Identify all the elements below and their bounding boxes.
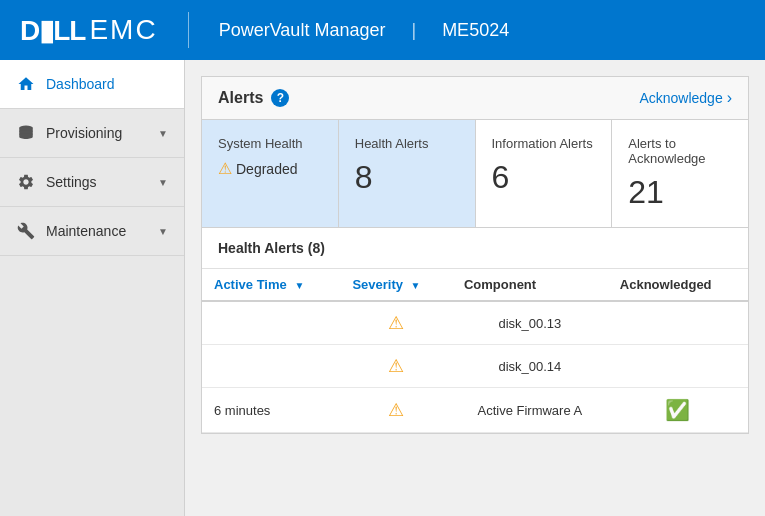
app-header: D▮LL EMC PowerVault Manager | ME5024 (0, 0, 765, 60)
stats-row: System Health ⚠ Degraded Health Alerts 8… (202, 120, 748, 228)
main-layout: Dashboard Provisioning ▼ Settings ▼ (0, 60, 765, 516)
system-health-value: ⚠ Degraded (218, 159, 298, 178)
sidebar-item-provisioning[interactable]: Provisioning ▼ (0, 109, 184, 158)
sidebar: Dashboard Provisioning ▼ Settings ▼ (0, 60, 185, 516)
chevron-right-icon: › (727, 89, 732, 107)
sort-icon-severity: ▼ (411, 280, 421, 291)
health-alerts-value: 8 (355, 159, 373, 196)
cell-active-time-3: 6 minutes (202, 388, 340, 433)
sidebar-item-maintenance[interactable]: Maintenance ▼ (0, 207, 184, 256)
wrench-icon (16, 221, 36, 241)
chevron-down-icon-2: ▼ (158, 177, 168, 188)
severity-label: Severity (352, 277, 403, 292)
warning-icon-2: ⚠ (388, 356, 404, 376)
chevron-down-icon: ▼ (158, 128, 168, 139)
home-icon (16, 74, 36, 94)
health-alerts-section-title: Health Alerts (8) (202, 228, 748, 269)
sidebar-label-settings: Settings (46, 174, 148, 190)
warning-icon-1: ⚠ (388, 313, 404, 333)
alerts-to-acknowledge-value: 21 (628, 174, 664, 211)
main-content: Alerts ? Acknowledge › System Health ⚠ D… (185, 60, 765, 516)
alerts-panel: Alerts ? Acknowledge › System Health ⚠ D… (201, 76, 749, 434)
header-divider (188, 12, 189, 48)
sidebar-label-dashboard: Dashboard (46, 76, 168, 92)
cell-acknowledged-1 (608, 301, 748, 345)
stat-system-health: System Health ⚠ Degraded (202, 120, 339, 227)
system-health-status: Degraded (236, 161, 298, 177)
cell-severity-2: ⚠ (340, 345, 452, 388)
information-alerts-label: Information Alerts (492, 136, 593, 151)
gear-icon (16, 172, 36, 192)
col-acknowledged: Acknowledged (608, 269, 748, 301)
emc-logo-text: EMC (89, 14, 157, 46)
chevron-down-icon-3: ▼ (158, 226, 168, 237)
sidebar-item-dashboard[interactable]: Dashboard (0, 60, 184, 109)
cell-severity-3: ⚠ (340, 388, 452, 433)
col-active-time[interactable]: Active Time ▼ (202, 269, 340, 301)
system-health-label: System Health (218, 136, 303, 151)
sort-icon-active-time: ▼ (294, 280, 304, 291)
stat-health-alerts: Health Alerts 8 (339, 120, 476, 227)
stat-information-alerts: Information Alerts 6 (476, 120, 613, 227)
cell-component-3: Active Firmware A (452, 388, 608, 433)
header-separator: | (411, 20, 416, 41)
acknowledged-label: Acknowledged (620, 277, 712, 292)
check-circle-icon: ✅ (665, 399, 690, 421)
information-alerts-value: 6 (492, 159, 510, 196)
alerts-to-acknowledge-label: Alerts to Acknowledge (628, 136, 732, 166)
app-name: PowerVault Manager (219, 20, 386, 41)
dell-logo-text: D▮LL (20, 14, 85, 47)
cell-active-time-2 (202, 345, 340, 388)
alerts-title-row: Alerts ? (218, 89, 289, 107)
alerts-table: Active Time ▼ Severity ▼ Component (202, 269, 748, 433)
cell-severity-1: ⚠ (340, 301, 452, 345)
acknowledge-link[interactable]: Acknowledge › (639, 89, 732, 107)
table-row: ⚠ disk_00.13 (202, 301, 748, 345)
sidebar-item-settings[interactable]: Settings ▼ (0, 158, 184, 207)
col-component: Component (452, 269, 608, 301)
component-label: Component (464, 277, 536, 292)
alerts-panel-title: Alerts (218, 89, 263, 107)
col-severity[interactable]: Severity ▼ (340, 269, 452, 301)
table-row: ⚠ disk_00.14 (202, 345, 748, 388)
stat-alerts-to-acknowledge: Alerts to Acknowledge 21 (612, 120, 748, 227)
help-icon[interactable]: ? (271, 89, 289, 107)
dell-emc-logo: D▮LL EMC (20, 14, 158, 47)
sidebar-label-provisioning: Provisioning (46, 125, 148, 141)
table-row: 6 minutes ⚠ Active Firmware A ✅ (202, 388, 748, 433)
health-alerts-label: Health Alerts (355, 136, 429, 151)
cell-component-1: disk_00.13 (452, 301, 608, 345)
database-icon (16, 123, 36, 143)
warning-icon-3: ⚠ (388, 400, 404, 420)
table-header-row: Active Time ▼ Severity ▼ Component (202, 269, 748, 301)
cell-component-2: disk_00.14 (452, 345, 608, 388)
alerts-panel-header: Alerts ? Acknowledge › (202, 77, 748, 120)
acknowledge-label: Acknowledge (639, 90, 722, 106)
sidebar-label-maintenance: Maintenance (46, 223, 148, 239)
health-alerts-section: Health Alerts (8) Active Time ▼ Severity… (202, 228, 748, 433)
warning-triangle-icon: ⚠ (218, 159, 232, 178)
cell-acknowledged-2 (608, 345, 748, 388)
device-name: ME5024 (442, 20, 509, 41)
cell-acknowledged-3: ✅ (608, 388, 748, 433)
active-time-label: Active Time (214, 277, 287, 292)
cell-active-time-1 (202, 301, 340, 345)
